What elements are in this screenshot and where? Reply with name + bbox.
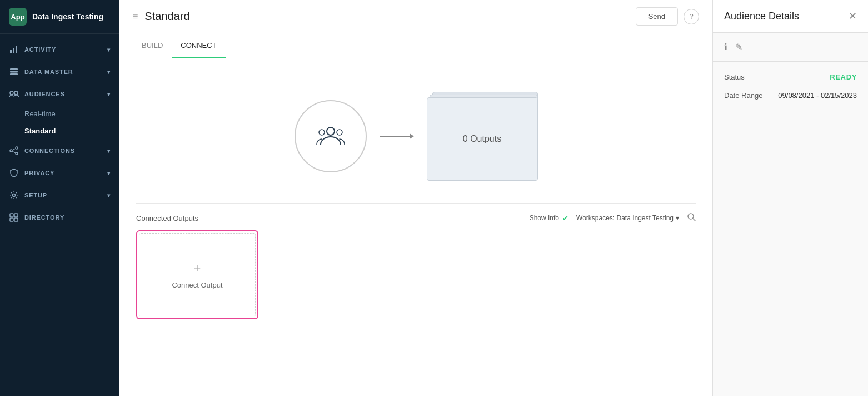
diagram-section: 0 Outputs (136, 75, 696, 204)
tab-build[interactable]: BUILD (133, 33, 172, 58)
connections-chevron-icon: ▾ (107, 148, 111, 154)
connect-output-inner: + Connect Output (139, 233, 256, 316)
sidebar-header: App Data Ingest Testing (0, 0, 119, 34)
sidebar-item-connections-label: CONNECTIONS (24, 147, 75, 154)
svg-point-8 (10, 150, 12, 152)
svg-rect-15 (14, 214, 18, 217)
svg-rect-4 (10, 71, 18, 73)
app-icon: App (9, 8, 27, 26)
data-master-icon (9, 67, 19, 77)
sidebar-item-directory-label: DIRECTORY (24, 214, 64, 221)
panel-icons: ℹ ✎ (713, 33, 868, 62)
edit-icon[interactable]: ✎ (735, 42, 742, 52)
date-range-row: Date Range 09/08/2021 - 02/15/2023 (724, 91, 857, 100)
outputs-count-label: 0 Outputs (463, 134, 501, 144)
sidebar-item-audiences-label: AUDIENCES (24, 91, 65, 97)
svg-point-18 (327, 127, 335, 135)
svg-rect-1 (13, 48, 14, 53)
show-info-checkmark: ✔ (562, 214, 568, 222)
svg-rect-0 (10, 50, 12, 53)
directory-icon (9, 212, 19, 222)
svg-point-10 (16, 152, 18, 155)
svg-rect-16 (10, 218, 13, 221)
svg-point-7 (14, 91, 18, 95)
date-range-value: 09/08/2021 - 02/15/2023 (778, 91, 857, 100)
tabs-bar: BUILD CONNECT (119, 33, 712, 58)
send-button[interactable]: Send (636, 7, 678, 26)
arrow-line (380, 136, 413, 137)
sidebar-item-directory[interactable]: DIRECTORY (0, 206, 119, 229)
sidebar-item-activity-label: ACTIVITY (24, 46, 56, 53)
sidebar-item-setup-label: SETUP (24, 192, 47, 199)
status-row: Status READY (724, 73, 857, 81)
sidebar: App Data Ingest Testing ACTIVITY ▾ DATA … (0, 0, 119, 396)
svg-point-19 (319, 130, 325, 135)
search-icon[interactable] (687, 212, 696, 224)
sidebar-item-connections[interactable]: CONNECTIONS ▾ (0, 140, 119, 162)
activity-chevron-icon: ▾ (107, 47, 111, 53)
sidebar-sub-standard[interactable]: Standard (0, 122, 119, 140)
svg-rect-14 (10, 214, 13, 217)
sidebar-item-activity[interactable]: ACTIVITY ▾ (0, 38, 119, 61)
workspace-chevron-icon: ▾ (676, 214, 679, 222)
setup-icon (9, 190, 19, 200)
tab-connect[interactable]: CONNECT (172, 33, 225, 58)
hamburger-icon[interactable]: ≡ (133, 12, 138, 22)
setup-chevron-icon: ▾ (107, 192, 111, 199)
main-content: ≡ Standard Send ? BUILD CONNECT (119, 0, 712, 396)
connect-output-label: Connect Output (172, 281, 222, 289)
connected-outputs-label: Connected Outputs (136, 214, 198, 222)
page-title: Standard (144, 10, 189, 23)
audiences-icon (9, 89, 19, 99)
svg-line-11 (12, 148, 16, 150)
data-master-chevron-icon: ▾ (107, 69, 111, 75)
svg-line-12 (12, 151, 16, 153)
svg-point-6 (10, 91, 13, 95)
show-info-label: Show Info (530, 214, 559, 222)
sidebar-sub-realtime[interactable]: Real-time (0, 105, 119, 122)
topbar: ≡ Standard Send ? (119, 0, 712, 33)
close-button[interactable]: ✕ (849, 10, 857, 22)
audiences-chevron-icon: ▾ (107, 91, 111, 97)
workspace-label: Workspaces: Data Ingest Testing (576, 214, 674, 222)
people-icon (316, 125, 345, 148)
plus-icon: + (194, 261, 201, 275)
sidebar-item-data-master-label: DATA MASTER (24, 68, 73, 75)
privacy-chevron-icon: ▾ (107, 170, 111, 176)
activity-icon (9, 44, 19, 55)
sidebar-item-audiences[interactable]: AUDIENCES ▾ (0, 83, 119, 105)
status-label: Status (724, 73, 769, 81)
sidebar-title: Data Ingest Testing (32, 12, 103, 21)
panel-body: Status READY Date Range 09/08/2021 - 02/… (713, 62, 868, 121)
sidebar-nav: ACTIVITY ▾ DATA MASTER ▾ AUDIENCES ▾ Rea… (0, 34, 119, 396)
sidebar-item-privacy[interactable]: PRIVACY ▾ (0, 162, 119, 184)
audience-node (295, 100, 367, 172)
connect-output-button[interactable]: + Connect Output (136, 230, 258, 319)
svg-rect-3 (10, 68, 18, 70)
sidebar-item-setup[interactable]: SETUP ▾ (0, 184, 119, 206)
workspace-selector[interactable]: Workspaces: Data Ingest Testing ▾ (576, 214, 679, 222)
sidebar-item-privacy-label: PRIVACY (24, 170, 54, 176)
right-panel: Audience Details ✕ ℹ ✎ Status READY Date… (712, 0, 868, 396)
privacy-icon (9, 168, 19, 178)
date-range-label: Date Range (724, 91, 769, 100)
outputs-stack: 0 Outputs (427, 92, 538, 181)
svg-point-13 (13, 194, 16, 197)
arrow-connector (380, 136, 413, 137)
svg-point-9 (16, 147, 18, 149)
svg-line-22 (693, 219, 695, 221)
svg-rect-5 (10, 73, 18, 75)
outputs-toolbar: Connected Outputs Show Info ✔ Workspaces… (136, 204, 696, 230)
help-icon[interactable]: ? (684, 9, 699, 24)
panel-header: Audience Details ✕ (713, 0, 868, 33)
panel-title: Audience Details (724, 11, 799, 22)
sidebar-item-data-master[interactable]: DATA MASTER ▾ (0, 61, 119, 83)
status-value: READY (830, 73, 857, 81)
info-icon[interactable]: ℹ (724, 42, 727, 52)
svg-rect-2 (16, 46, 17, 53)
svg-point-20 (337, 130, 342, 135)
show-info-control[interactable]: Show Info ✔ (530, 214, 568, 222)
svg-rect-17 (14, 218, 18, 221)
canvas-area: 0 Outputs Connected Outputs Show Info ✔ … (119, 58, 712, 396)
connections-icon (9, 146, 19, 156)
